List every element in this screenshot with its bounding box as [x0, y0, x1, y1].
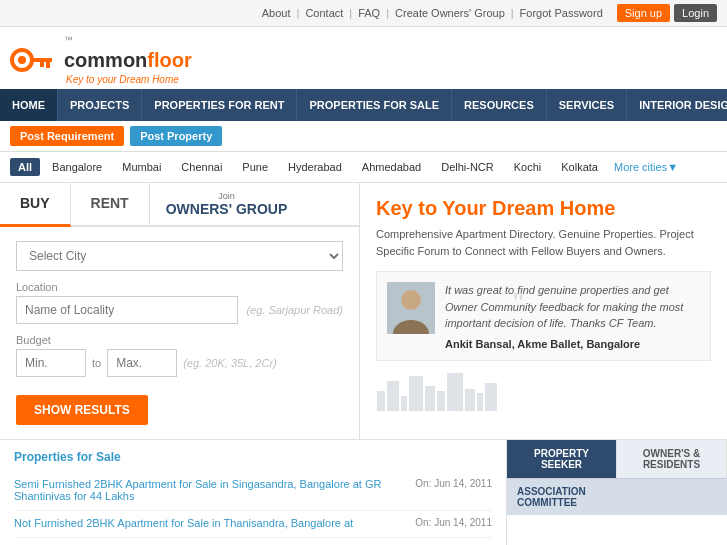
- building-6: [437, 391, 445, 411]
- sidebar-tab-owners-residents[interactable]: OWNER'S &RESIDENTS: [617, 440, 727, 478]
- logo-key-svg: [10, 44, 60, 76]
- building-9: [477, 393, 483, 411]
- nav-resources[interactable]: RESOURCES: [452, 89, 547, 121]
- sep1: |: [297, 7, 300, 19]
- join-small-text: Join: [218, 191, 235, 201]
- header: ™ commonfloor Key to your Dream Home: [0, 27, 727, 89]
- search-form: Select City Location (eg. Sarjapur Road)…: [0, 227, 359, 439]
- contact-link[interactable]: Contact: [305, 7, 343, 19]
- location-label: Location: [16, 281, 343, 293]
- locality-input[interactable]: [16, 296, 238, 324]
- nav-interior-design[interactable]: INTERIOR DESIGN: [627, 89, 727, 121]
- building-8: [465, 389, 475, 411]
- location-group: Location (eg. Sarjapur Road): [16, 281, 343, 324]
- right-sidebar: PROPERTYSEEKER OWNER'S &RESIDENTS ASSOCI…: [507, 440, 727, 545]
- city-tab-kolkata[interactable]: Kolkata: [553, 158, 606, 176]
- avatar-svg: [387, 282, 435, 334]
- signup-button[interactable]: Sign up: [617, 4, 670, 22]
- nav-properties-rent[interactable]: PROPERTIES FOR RENT: [142, 89, 297, 121]
- city-tab-delhi[interactable]: Delhi-NCR: [433, 158, 502, 176]
- city-select[interactable]: Select City: [16, 241, 343, 271]
- budget-max-input[interactable]: [107, 349, 177, 377]
- property-date-0: On: Jun 14, 2011: [415, 478, 492, 489]
- post-property-button[interactable]: Post Property: [130, 126, 222, 146]
- building-2: [387, 381, 399, 411]
- logo-area: ™ commonfloor Key to your Dream Home: [10, 35, 192, 85]
- skyline-decoration: [376, 371, 711, 411]
- tab-join-group[interactable]: Join OWNERS' GROUP: [150, 183, 304, 225]
- budget-label: Budget: [16, 334, 343, 346]
- sidebar-sub-association[interactable]: ASSOCIATIONCOMMITTEE: [507, 478, 727, 515]
- city-tabs: All Bangalore Mumbai Chennai Pune Hydera…: [0, 152, 727, 183]
- bottom-section: Properties for Sale On: Jun 14, 2011 Sem…: [0, 439, 727, 545]
- budget-min-input[interactable]: [16, 349, 86, 377]
- property-date-1: On: Jun 14, 2011: [415, 517, 492, 528]
- properties-list: Properties for Sale On: Jun 14, 2011 Sem…: [0, 440, 507, 545]
- building-7: [447, 373, 463, 411]
- properties-list-title: Properties for Sale: [14, 450, 492, 464]
- main-nav: HOME PROJECTS PROPERTIES FOR RENT PROPER…: [0, 89, 727, 121]
- svg-rect-4: [40, 62, 44, 67]
- faq-link[interactable]: FAQ: [358, 7, 380, 19]
- quote-mark: ": [513, 288, 524, 318]
- about-link[interactable]: About: [262, 7, 291, 19]
- building-5: [425, 386, 435, 411]
- post-requirement-button[interactable]: Post Requirement: [10, 126, 124, 146]
- sep4: |: [511, 7, 514, 19]
- property-item-1: On: Jun 14, 2011 Not Furnished 2BHK Apar…: [14, 511, 492, 538]
- city-tab-bangalore[interactable]: Bangalore: [44, 158, 110, 176]
- right-panel: Key to Your Dream Home Comprehensive Apa…: [360, 183, 727, 439]
- logo-floor: floor: [147, 49, 191, 72]
- city-tab-kochi[interactable]: Kochi: [506, 158, 550, 176]
- show-results-button[interactable]: SHOW RESULTS: [16, 395, 148, 425]
- sep2: |: [349, 7, 352, 19]
- city-tab-pune[interactable]: Pune: [234, 158, 276, 176]
- property-item-0: On: Jun 14, 2011 Semi Furnished 2BHK Apa…: [14, 472, 492, 511]
- building-1: [377, 391, 385, 411]
- tm-mark: ™: [64, 35, 73, 45]
- city-tab-ahmedabad[interactable]: Ahmedabad: [354, 158, 429, 176]
- city-tab-all[interactable]: All: [10, 158, 40, 176]
- tab-owners-residents-label: OWNER'S &RESIDENTS: [643, 448, 700, 470]
- budget-row: to (eg. 20K, 35L, 2Cr): [16, 349, 343, 377]
- search-tabs: BUY RENT Join OWNERS' GROUP: [0, 183, 359, 227]
- nav-properties-sale[interactable]: PROPERTIES FOR SALE: [297, 89, 452, 121]
- city-tab-hyderabad[interactable]: Hyderabad: [280, 158, 350, 176]
- city-tab-chennai[interactable]: Chennai: [173, 158, 230, 176]
- sep3: |: [386, 7, 389, 19]
- building-10: [485, 383, 497, 411]
- budget-to-label: to: [92, 357, 101, 369]
- testimonial-text: It was great to find genuine properties …: [445, 282, 700, 332]
- budget-hint: (eg. 20K, 35L, 2Cr): [183, 357, 277, 369]
- budget-group: Budget to (eg. 20K, 35L, 2Cr): [16, 334, 343, 377]
- locality-row: (eg. Sarjapur Road): [16, 296, 343, 324]
- svg-point-1: [18, 56, 26, 64]
- tab-property-seeker-label: PROPERTYSEEKER: [534, 448, 589, 470]
- nav-services[interactable]: SERVICES: [547, 89, 627, 121]
- tab-buy[interactable]: BUY: [0, 183, 71, 227]
- forgot-password-link[interactable]: Forgot Password: [520, 7, 603, 19]
- svg-rect-3: [46, 62, 50, 68]
- sidebar-tabs: PROPERTYSEEKER OWNER'S &RESIDENTS: [507, 440, 727, 478]
- city-tab-mumbai[interactable]: Mumbai: [114, 158, 169, 176]
- logo-tagline: Key to your Dream Home: [66, 74, 192, 85]
- svg-rect-2: [30, 58, 52, 62]
- create-owners-group-link[interactable]: Create Owners' Group: [395, 7, 505, 19]
- testimonial-content: " It was great to find genuine propertie…: [445, 282, 700, 350]
- more-cities-link[interactable]: More cities▼: [614, 161, 678, 173]
- login-button[interactable]: Login: [674, 4, 717, 22]
- testimonial-avatar: [387, 282, 435, 334]
- join-big-text: OWNERS' GROUP: [166, 201, 288, 217]
- nav-home[interactable]: HOME: [0, 89, 58, 121]
- right-panel-description: Comprehensive Apartment Directory. Genui…: [376, 226, 711, 259]
- sidebar-tab-property-seeker[interactable]: PROPERTYSEEKER: [507, 440, 617, 478]
- right-panel-title: Key to Your Dream Home: [376, 197, 711, 220]
- top-bar: About | Contact | FAQ | Create Owners' G…: [0, 0, 727, 27]
- svg-point-6: [401, 290, 421, 310]
- tab-rent[interactable]: RENT: [71, 183, 150, 225]
- nav-projects[interactable]: PROJECTS: [58, 89, 142, 121]
- association-committee-label: ASSOCIATIONCOMMITTEE: [517, 486, 586, 508]
- testimonial-author: Ankit Bansal, Akme Ballet, Bangalore: [445, 338, 700, 350]
- logo-common: common: [64, 49, 147, 72]
- logo-icon: ™ commonfloor Key to your Dream Home: [10, 35, 192, 85]
